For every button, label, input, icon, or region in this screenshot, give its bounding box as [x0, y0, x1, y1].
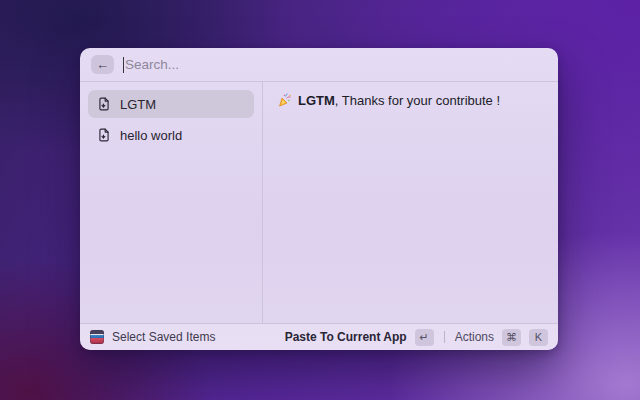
footer-divider [444, 331, 445, 343]
party-popper-icon [277, 93, 292, 108]
primary-action-button[interactable]: Paste To Current App [285, 330, 407, 344]
snippet-preview: LGTM, Thanks for your contribute ! [277, 93, 500, 108]
command-title: Select Saved Items [112, 330, 215, 344]
search-placeholder: Search... [125, 57, 179, 72]
file-down-icon [97, 97, 111, 111]
list-item-lgtm[interactable]: LGTM [88, 90, 254, 118]
detail-pane: LGTM, Thanks for your contribute ! [263, 82, 558, 323]
k-key-badge: K [529, 329, 548, 346]
list-item-label: LGTM [120, 97, 156, 112]
launcher-window: ← Search... LGTM [80, 48, 558, 350]
actions-menu-button[interactable]: Actions [455, 330, 494, 344]
extension-app-icon [90, 330, 104, 344]
search-input[interactable]: Search... [123, 57, 547, 73]
file-down-icon [97, 128, 111, 142]
cmd-key-badge: ⌘ [502, 329, 521, 346]
return-key-badge: ↵ [415, 329, 434, 346]
text-caret [123, 57, 124, 73]
list-item-hello-world[interactable]: hello world [88, 121, 254, 149]
back-button[interactable]: ← [91, 55, 114, 74]
saved-items-list: LGTM hello world [80, 82, 263, 323]
list-item-label: hello world [120, 128, 182, 143]
back-arrow-icon: ← [96, 58, 109, 71]
action-bar: Select Saved Items Paste To Current App … [80, 323, 558, 350]
window-body: LGTM hello world [80, 82, 558, 323]
search-header: ← Search... [80, 48, 558, 82]
snippet-text: , Thanks for your contribute ! [335, 93, 500, 108]
snippet-keyword: LGTM [298, 93, 335, 108]
